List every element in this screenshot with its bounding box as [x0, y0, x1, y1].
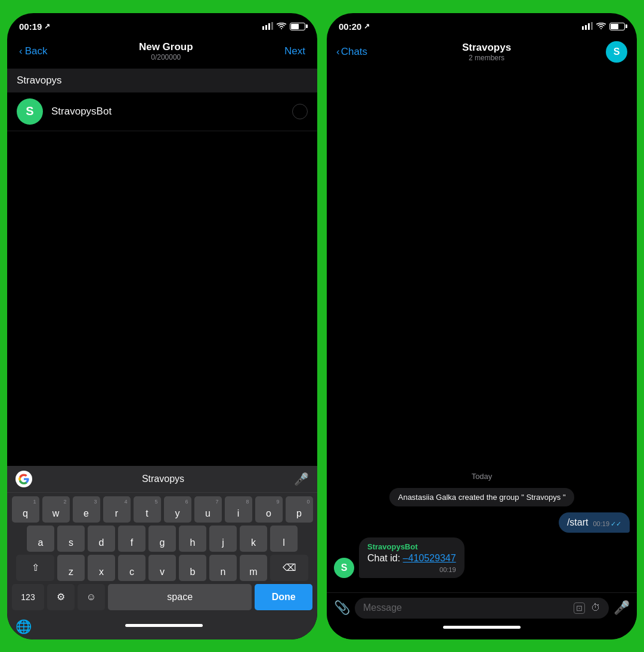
chat-subtitle: 2 members: [462, 54, 511, 62]
key-i[interactable]: 8i: [225, 496, 252, 523]
location-icon-left: ↗: [44, 22, 50, 30]
google-icon: [16, 471, 32, 487]
message-input-bar: 📎 Message ⊡ ⏱ 🎤: [327, 592, 637, 623]
key-p[interactable]: 0p: [286, 496, 313, 523]
key-settings[interactable]: ⚙: [47, 584, 75, 610]
chevron-left-icon-left: ‹: [19, 45, 23, 57]
key-c[interactable]: c: [118, 555, 145, 581]
key-m[interactable]: m: [240, 555, 267, 581]
next-button[interactable]: Next: [284, 45, 305, 57]
bot-sender-name: StravopysBot: [367, 542, 456, 551]
battery-icon-left: [290, 23, 305, 30]
mic-icon-chat[interactable]: 🎤: [614, 600, 630, 616]
received-bubble-0: StravopysBot Chat id: –410529347 00:19: [359, 537, 465, 578]
key-u[interactable]: 7u: [194, 496, 222, 523]
key-d[interactable]: d: [88, 526, 115, 552]
svg-rect-8: [591, 22, 593, 30]
keyboard-suggestion-text: Stravopys: [142, 474, 184, 484]
key-row-2: a s d f g h j k l: [10, 526, 315, 552]
key-a[interactable]: a: [27, 526, 54, 552]
key-t[interactable]: 5t: [134, 496, 161, 523]
svg-rect-1: [265, 25, 267, 30]
mic-icon-keyboard[interactable]: 🎤: [294, 472, 309, 486]
signal-icon-left: [262, 21, 273, 32]
system-message-user: Anastasiia Galka: [398, 493, 456, 502]
location-icon-right: ↗: [364, 22, 370, 30]
key-w[interactable]: 2w: [42, 496, 70, 523]
time-left: 00:19: [19, 21, 42, 32]
chat-title: Stravopys: [462, 42, 511, 54]
chevron-left-icon-right: ‹: [336, 46, 340, 58]
status-bar-left: 00:19 ↗: [7, 13, 317, 36]
key-row-bottom: 123 ⚙ ☺ space Done: [10, 584, 315, 610]
wifi-icon-left: [277, 21, 286, 32]
chats-back-button[interactable]: ‹ Chats: [336, 46, 367, 58]
key-n[interactable]: n: [209, 555, 237, 581]
keyboard-rows: 1q 2w 3e 4r 5t 6y 7u 8i 9o 0p a s d f g …: [7, 493, 317, 616]
key-f[interactable]: f: [118, 526, 145, 552]
key-done[interactable]: Done: [255, 584, 312, 610]
chat-id-link[interactable]: –410529347: [403, 553, 456, 563]
attach-icon[interactable]: 📎: [334, 600, 350, 616]
system-message-group: Stravopys: [526, 493, 561, 502]
key-s[interactable]: s: [57, 526, 85, 552]
chat-content: Today Anastasiia Galka created the group…: [327, 70, 637, 592]
contact-radio-0[interactable]: [292, 104, 308, 119]
key-numbers[interactable]: 123: [12, 584, 44, 610]
key-z[interactable]: z: [57, 555, 85, 581]
timer-icon[interactable]: ⏱: [591, 602, 600, 613]
nav-title-block-left: New Group 0/200000: [139, 41, 193, 61]
home-indicator-right: [443, 626, 521, 629]
key-q[interactable]: 1q: [12, 496, 39, 523]
svg-rect-2: [268, 23, 270, 30]
sent-message-time-0: 00:19 ✓✓: [593, 520, 621, 528]
keyboard-suggestion-bar: Stravopys 🎤: [7, 466, 317, 493]
received-message-0: S StravopysBot Chat id: –410529347 00:19: [334, 537, 630, 578]
key-v[interactable]: v: [148, 555, 176, 581]
key-l[interactable]: l: [270, 526, 298, 552]
key-r[interactable]: 4r: [103, 496, 131, 523]
key-space[interactable]: space: [108, 584, 252, 610]
time-right: 00:20: [339, 21, 361, 32]
key-j[interactable]: j: [209, 526, 237, 552]
key-e[interactable]: 3e: [73, 496, 100, 523]
key-o[interactable]: 9o: [255, 496, 283, 523]
svg-rect-0: [262, 26, 264, 30]
key-g[interactable]: g: [148, 526, 176, 552]
nav-bar-left: ‹ Back New Group 0/200000 Next: [7, 36, 317, 69]
battery-icon-right: [609, 23, 625, 30]
key-shift[interactable]: ⇧: [16, 555, 54, 581]
content-area-left: [7, 131, 317, 466]
double-check-icon: ✓✓: [611, 520, 621, 528]
search-area: [7, 69, 317, 92]
keyboard: Stravopys 🎤 1q 2w 3e 4r 5t 6y 7u 8i 9o 0…: [7, 466, 317, 639]
home-indicator-left: [125, 624, 203, 627]
chat-header: ‹ Chats Stravopys 2 members S: [327, 36, 637, 70]
contact-item-0[interactable]: S StravopysBot: [7, 92, 317, 131]
key-delete[interactable]: ⌫: [270, 555, 308, 581]
signal-icon-right: [582, 21, 593, 32]
chat-avatar[interactable]: S: [606, 41, 627, 63]
bot-message-text: Chat id: –410529347: [367, 553, 456, 564]
key-y[interactable]: 6y: [164, 496, 191, 523]
key-row-1: 1q 2w 3e 4r 5t 6y 7u 8i 9o 0p: [10, 496, 315, 523]
key-h[interactable]: h: [179, 526, 206, 552]
key-k[interactable]: k: [240, 526, 267, 552]
bot-avatar: S: [334, 558, 354, 578]
sent-message-0: /start 00:19 ✓✓: [559, 512, 630, 533]
contact-name-0: StravopysBot: [51, 106, 284, 118]
chat-system-message: Anastasiia Galka created the group " Str…: [389, 488, 574, 506]
back-button-left[interactable]: ‹ Back: [19, 45, 47, 57]
key-emoji[interactable]: ☺: [78, 584, 105, 610]
nav-title-left: New Group: [139, 41, 193, 53]
key-row-3: ⇧ z x c v b n m ⌫: [10, 555, 315, 581]
globe-icon[interactable]: 🌐: [16, 619, 32, 635]
search-input[interactable]: [17, 75, 308, 86]
message-input-container[interactable]: Message ⊡ ⏱: [355, 598, 609, 619]
sticker-icon[interactable]: ⊡: [574, 602, 585, 614]
key-x[interactable]: x: [88, 555, 115, 581]
sent-message-text-0: /start: [567, 517, 589, 528]
right-phone: 00:20 ↗ ‹ Chats Stravopys 2 members S: [327, 13, 637, 639]
nav-subtitle-left: 0/200000: [139, 53, 193, 61]
key-b[interactable]: b: [179, 555, 206, 581]
